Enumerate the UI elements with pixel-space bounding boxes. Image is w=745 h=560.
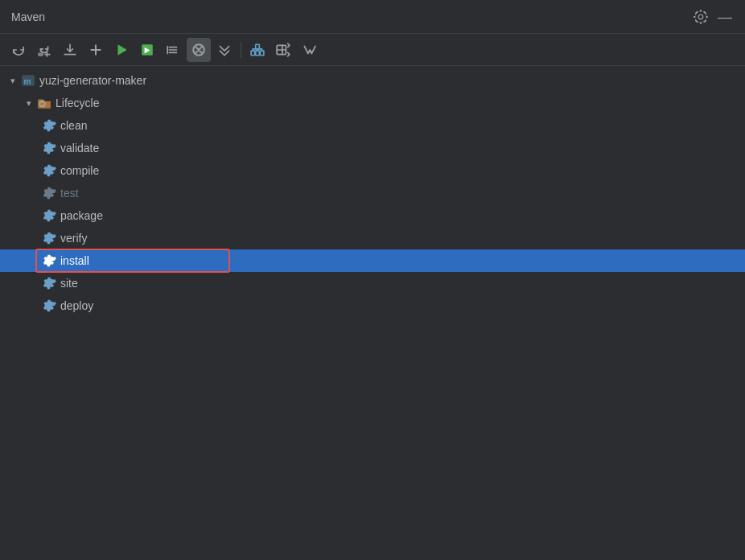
add-button[interactable]: [84, 38, 108, 62]
lifecycle-test-item[interactable]: test: [0, 182, 745, 204]
gear-icon: [42, 231, 56, 245]
lifecycle-deploy-item[interactable]: deploy: [0, 294, 745, 317]
title-bar-actions: —: [692, 8, 734, 26]
validate-label: validate: [60, 142, 99, 154]
panel-title: Maven: [11, 10, 45, 23]
root-project-item[interactable]: ▾ m yuzi-generator-maker: [0, 69, 745, 92]
gear-icon: [42, 276, 56, 290]
run-button[interactable]: [109, 38, 134, 62]
lifecycle-site-item[interactable]: site: [0, 272, 745, 294]
package-label: package: [60, 209, 103, 222]
lifecycle-package-item[interactable]: package: [0, 204, 745, 227]
site-label: site: [60, 277, 78, 290]
reload-group-button[interactable]: [32, 38, 56, 62]
lifecycle-verify-item[interactable]: verify: [0, 227, 745, 249]
root-label: yuzi-generator-maker: [39, 74, 146, 87]
verify-label: verify: [60, 232, 87, 245]
toolbar: [0, 34, 745, 66]
clean-label: clean: [60, 119, 87, 132]
skip-tests-button[interactable]: [187, 38, 211, 62]
gear-icon: [42, 208, 56, 223]
maven-project-icon: m: [21, 73, 35, 88]
lifecycle-validate-item[interactable]: validate: [0, 137, 745, 159]
settings-title-button[interactable]: [692, 8, 710, 26]
download-sources-button[interactable]: [58, 38, 82, 62]
lifecycle-compile-item[interactable]: compile: [0, 159, 745, 182]
tree-wrapper: ▾ m yuzi-generator-maker ▾ Lifecycle: [0, 66, 745, 560]
toggle-offline-button[interactable]: [161, 38, 185, 62]
test-label: test: [60, 187, 79, 200]
gear-icon: [42, 141, 56, 155]
compile-label: compile: [60, 164, 99, 177]
title-bar: Maven —: [0, 0, 745, 34]
maven-tree: ▾ m yuzi-generator-maker ▾ Lifecycle: [0, 66, 745, 320]
gear-icon-selected: [42, 253, 56, 268]
gear-icon: [42, 299, 56, 313]
lifecycle-folder-item[interactable]: ▾ Lifecycle: [0, 92, 745, 114]
toolbar-divider-1: [241, 42, 241, 58]
minimize-title-button[interactable]: —: [716, 8, 734, 26]
gear-icon-dimmed: [42, 186, 56, 200]
collapse-all-button[interactable]: [212, 38, 237, 62]
svg-rect-0: [38, 52, 43, 56]
deploy-label: deploy: [60, 299, 93, 312]
svg-text:m: m: [23, 77, 31, 86]
maven-settings-button[interactable]: [297, 38, 321, 62]
gear-icon: [42, 163, 56, 178]
install-label: install: [60, 254, 89, 267]
lifecycle-install-item[interactable]: install: [0, 249, 745, 272]
root-chevron: ▾: [6, 74, 19, 87]
debug-button[interactable]: [135, 38, 159, 62]
lifecycle-folder-icon: [37, 96, 51, 110]
show-dependencies-button[interactable]: [245, 38, 270, 62]
reload-button[interactable]: [6, 38, 31, 62]
lifecycle-clean-item[interactable]: clean: [0, 114, 745, 137]
generate-sources-button[interactable]: [271, 38, 295, 62]
lifecycle-chevron: ▾: [23, 97, 35, 109]
lifecycle-label: Lifecycle: [56, 97, 99, 109]
gear-icon: [42, 118, 56, 133]
